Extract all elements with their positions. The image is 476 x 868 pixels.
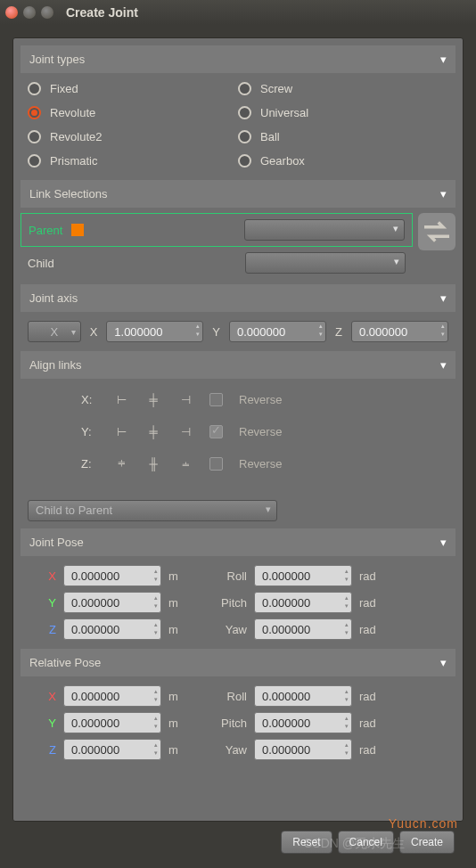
pose-x-label: X [35,569,56,583]
relpose-pitch-label: Pitch [193,717,247,730]
swap-links-button[interactable] [418,213,455,250]
chevron-down-icon: ▾ [440,53,447,66]
pose-pitch-label: Pitch [193,596,247,610]
section-joint-pose[interactable]: Joint Pose ▾ [21,528,455,556]
chevron-down-icon: ▾ [440,358,447,372]
align-row-x: X: ⊢ ╪ ⊣ Reverse [28,391,448,407]
align-z-label: Z: [81,457,97,471]
align-center-icon[interactable]: ╪ [145,391,161,407]
watermark-csdn: CSDN @无水先生 [303,836,405,852]
parent-color-swatch [71,224,84,236]
reverse-y-checkbox[interactable] [209,425,223,438]
relpose-roll-label: Roll [193,690,247,703]
section-joint-types[interactable]: Joint types ▾ [21,45,455,73]
axis-x-input[interactable]: 1.000000 [106,321,203,342]
radio-prismatic[interactable]: Prismatic [28,154,238,168]
pose-z-input[interactable]: 0.000000 [63,618,161,640]
align-center-icon[interactable]: ╪ [145,423,161,439]
child-dropdown[interactable] [245,252,406,274]
align-max-icon[interactable]: ⊣ [177,423,193,439]
section-link-selections[interactable]: Link Selections ▾ [21,180,455,208]
align-max-icon[interactable]: ⫨ [177,455,193,471]
child-label: Child [28,257,54,270]
axis-y-label: Y [212,325,220,339]
parent-dropdown[interactable] [244,219,405,241]
align-min-icon[interactable]: ⊢ [113,391,129,407]
unit-m: m [168,623,186,636]
align-min-icon[interactable]: ⫩ [113,455,129,471]
reverse-label: Reverse [239,457,282,471]
section-align-links[interactable]: Align links ▾ [21,351,455,379]
close-icon[interactable] [5,6,18,19]
radio-revolute2[interactable]: Revolute2 [28,130,238,143]
unit-rad: rad [359,596,386,610]
pose-x-input[interactable]: 0.000000 [63,565,161,586]
align-min-icon[interactable]: ⊢ [113,423,129,439]
unit-rad: rad [359,717,386,730]
relpose-roll-input[interactable]: 0.000000 [254,685,352,707]
relpose-yaw-label: Yaw [193,743,247,757]
pose-yaw-label: Yaw [193,623,247,636]
parent-link-row: Parent [21,213,413,247]
relpose-yaw-input[interactable]: 0.000000 [254,739,352,760]
reverse-z-checkbox[interactable] [209,457,223,471]
align-grid: X: ⊢ ╪ ⊣ Reverse Y: ⊢ ╪ ⊣ Reverse Z: ⫩ ╫… [21,379,455,500]
section-label: Joint Pose [29,536,84,549]
align-row-y: Y: ⊢ ╪ ⊣ Reverse [28,423,448,439]
section-label: Joint axis [29,291,78,305]
reverse-x-checkbox[interactable] [209,393,223,406]
radio-icon [28,130,41,143]
align-x-label: X: [81,393,97,406]
create-button[interactable]: Create [399,831,455,854]
relpose-y-label: Y [35,717,56,730]
section-joint-axis[interactable]: Joint axis ▾ [21,284,455,312]
radio-ball[interactable]: Ball [238,130,448,143]
relpose-z-input[interactable]: 0.000000 [63,739,161,760]
relpose-y-input[interactable]: 0.000000 [63,712,161,733]
section-label: Align links [29,358,82,372]
pose-yaw-input[interactable]: 0.000000 [254,618,352,640]
radio-screw[interactable]: Screw [238,82,448,95]
relpose-x-input[interactable]: 0.000000 [63,685,161,707]
radio-icon [238,154,251,168]
unit-rad: rad [359,743,386,757]
pose-y-input[interactable]: 0.000000 [63,592,161,613]
radio-fixed[interactable]: Fixed [28,82,238,95]
axis-selector[interactable]: X [28,321,81,342]
section-relative-pose[interactable]: Relative Pose ▾ [21,649,455,676]
relpose-z-label: Z [35,743,56,757]
align-center-icon[interactable]: ╫ [145,455,161,471]
relpose-x-label: X [35,690,56,703]
relpose-pitch-input[interactable]: 0.000000 [254,712,352,733]
align-row-z: Z: ⫩ ╫ ⫨ Reverse [28,455,448,471]
chevron-down-icon: ▾ [440,656,447,669]
reverse-label: Reverse [239,425,282,438]
radio-gearbox[interactable]: Gearbox [238,154,448,168]
pose-roll-label: Roll [193,569,247,583]
chevron-down-icon: ▾ [440,291,447,305]
pose-roll-input[interactable]: 0.000000 [254,565,352,586]
pose-pitch-input[interactable]: 0.000000 [254,592,352,613]
maximize-icon[interactable] [41,6,53,19]
unit-m: m [168,569,186,583]
align-max-icon[interactable]: ⊣ [177,391,193,407]
main-panel: Joint types ▾ Fixed Screw Revolute Unive… [12,37,464,822]
axis-z-input[interactable]: 0.000000 [351,321,448,342]
unit-m: m [168,717,186,730]
align-mode-dropdown[interactable]: Child to Parent [28,500,277,521]
joint-pose-grid: X 0.000000 m Roll 0.000000 rad Y 0.00000… [21,556,455,649]
unit-m: m [168,690,186,703]
radio-icon [28,82,41,95]
unit-m: m [168,743,186,757]
unit-rad: rad [359,623,386,636]
radio-universal[interactable]: Universal [238,106,448,119]
chevron-down-icon: ▾ [440,536,447,549]
radio-icon [238,106,251,119]
unit-rad: rad [359,690,386,703]
minimize-icon[interactable] [23,6,36,19]
radio-icon-selected [28,106,41,119]
section-label: Link Selections [29,187,107,201]
radio-revolute[interactable]: Revolute [28,106,238,119]
unit-m: m [168,596,186,610]
axis-y-input[interactable]: 0.000000 [229,321,326,342]
